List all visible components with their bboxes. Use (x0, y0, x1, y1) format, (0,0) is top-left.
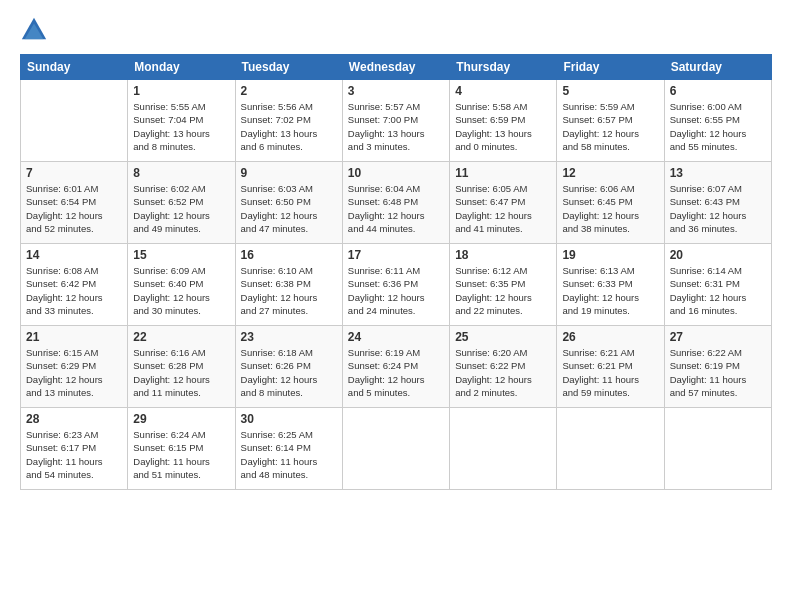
calendar-cell: 16Sunrise: 6:10 AM Sunset: 6:38 PM Dayli… (235, 244, 342, 326)
day-info: Sunrise: 6:16 AM Sunset: 6:28 PM Dayligh… (133, 346, 229, 399)
day-number: 17 (348, 248, 444, 262)
page: SundayMondayTuesdayWednesdayThursdayFrid… (0, 0, 792, 612)
calendar-week-row: 21Sunrise: 6:15 AM Sunset: 6:29 PM Dayli… (21, 326, 772, 408)
day-number: 24 (348, 330, 444, 344)
calendar-week-row: 7Sunrise: 6:01 AM Sunset: 6:54 PM Daylig… (21, 162, 772, 244)
weekday-header: Thursday (450, 55, 557, 80)
day-info: Sunrise: 6:02 AM Sunset: 6:52 PM Dayligh… (133, 182, 229, 235)
day-info: Sunrise: 6:01 AM Sunset: 6:54 PM Dayligh… (26, 182, 122, 235)
day-info: Sunrise: 5:55 AM Sunset: 7:04 PM Dayligh… (133, 100, 229, 153)
day-number: 12 (562, 166, 658, 180)
weekday-header: Wednesday (342, 55, 449, 80)
calendar-cell: 10Sunrise: 6:04 AM Sunset: 6:48 PM Dayli… (342, 162, 449, 244)
day-info: Sunrise: 5:58 AM Sunset: 6:59 PM Dayligh… (455, 100, 551, 153)
calendar-week-row: 14Sunrise: 6:08 AM Sunset: 6:42 PM Dayli… (21, 244, 772, 326)
calendar-cell: 4Sunrise: 5:58 AM Sunset: 6:59 PM Daylig… (450, 80, 557, 162)
day-number: 14 (26, 248, 122, 262)
calendar-cell: 14Sunrise: 6:08 AM Sunset: 6:42 PM Dayli… (21, 244, 128, 326)
day-info: Sunrise: 6:03 AM Sunset: 6:50 PM Dayligh… (241, 182, 337, 235)
day-number: 7 (26, 166, 122, 180)
calendar-cell: 9Sunrise: 6:03 AM Sunset: 6:50 PM Daylig… (235, 162, 342, 244)
day-info: Sunrise: 6:21 AM Sunset: 6:21 PM Dayligh… (562, 346, 658, 399)
logo-icon (20, 16, 48, 44)
calendar-cell: 18Sunrise: 6:12 AM Sunset: 6:35 PM Dayli… (450, 244, 557, 326)
calendar-cell: 5Sunrise: 5:59 AM Sunset: 6:57 PM Daylig… (557, 80, 664, 162)
day-number: 30 (241, 412, 337, 426)
calendar-cell: 29Sunrise: 6:24 AM Sunset: 6:15 PM Dayli… (128, 408, 235, 490)
calendar-cell: 7Sunrise: 6:01 AM Sunset: 6:54 PM Daylig… (21, 162, 128, 244)
day-info: Sunrise: 6:22 AM Sunset: 6:19 PM Dayligh… (670, 346, 766, 399)
calendar-cell: 13Sunrise: 6:07 AM Sunset: 6:43 PM Dayli… (664, 162, 771, 244)
day-number: 27 (670, 330, 766, 344)
day-number: 10 (348, 166, 444, 180)
calendar-cell: 24Sunrise: 6:19 AM Sunset: 6:24 PM Dayli… (342, 326, 449, 408)
day-number: 11 (455, 166, 551, 180)
day-info: Sunrise: 6:15 AM Sunset: 6:29 PM Dayligh… (26, 346, 122, 399)
day-number: 22 (133, 330, 229, 344)
day-number: 3 (348, 84, 444, 98)
day-number: 25 (455, 330, 551, 344)
day-number: 13 (670, 166, 766, 180)
day-info: Sunrise: 6:10 AM Sunset: 6:38 PM Dayligh… (241, 264, 337, 317)
day-number: 19 (562, 248, 658, 262)
day-number: 15 (133, 248, 229, 262)
calendar-cell: 19Sunrise: 6:13 AM Sunset: 6:33 PM Dayli… (557, 244, 664, 326)
day-info: Sunrise: 6:08 AM Sunset: 6:42 PM Dayligh… (26, 264, 122, 317)
calendar-cell: 3Sunrise: 5:57 AM Sunset: 7:00 PM Daylig… (342, 80, 449, 162)
calendar-cell (450, 408, 557, 490)
day-info: Sunrise: 6:11 AM Sunset: 6:36 PM Dayligh… (348, 264, 444, 317)
weekday-header: Saturday (664, 55, 771, 80)
day-number: 29 (133, 412, 229, 426)
weekday-header: Monday (128, 55, 235, 80)
day-number: 4 (455, 84, 551, 98)
day-number: 20 (670, 248, 766, 262)
day-info: Sunrise: 6:20 AM Sunset: 6:22 PM Dayligh… (455, 346, 551, 399)
calendar-cell: 1Sunrise: 5:55 AM Sunset: 7:04 PM Daylig… (128, 80, 235, 162)
day-number: 28 (26, 412, 122, 426)
day-info: Sunrise: 6:25 AM Sunset: 6:14 PM Dayligh… (241, 428, 337, 481)
day-number: 23 (241, 330, 337, 344)
day-info: Sunrise: 6:12 AM Sunset: 6:35 PM Dayligh… (455, 264, 551, 317)
calendar-cell: 6Sunrise: 6:00 AM Sunset: 6:55 PM Daylig… (664, 80, 771, 162)
day-number: 18 (455, 248, 551, 262)
calendar-cell: 15Sunrise: 6:09 AM Sunset: 6:40 PM Dayli… (128, 244, 235, 326)
calendar-cell: 27Sunrise: 6:22 AM Sunset: 6:19 PM Dayli… (664, 326, 771, 408)
day-info: Sunrise: 6:04 AM Sunset: 6:48 PM Dayligh… (348, 182, 444, 235)
day-info: Sunrise: 6:18 AM Sunset: 6:26 PM Dayligh… (241, 346, 337, 399)
logo (20, 16, 52, 44)
day-number: 26 (562, 330, 658, 344)
day-number: 21 (26, 330, 122, 344)
day-info: Sunrise: 6:05 AM Sunset: 6:47 PM Dayligh… (455, 182, 551, 235)
day-info: Sunrise: 6:23 AM Sunset: 6:17 PM Dayligh… (26, 428, 122, 481)
day-number: 2 (241, 84, 337, 98)
day-info: Sunrise: 6:07 AM Sunset: 6:43 PM Dayligh… (670, 182, 766, 235)
calendar-week-row: 1Sunrise: 5:55 AM Sunset: 7:04 PM Daylig… (21, 80, 772, 162)
weekday-header: Friday (557, 55, 664, 80)
day-number: 16 (241, 248, 337, 262)
calendar-cell: 12Sunrise: 6:06 AM Sunset: 6:45 PM Dayli… (557, 162, 664, 244)
day-info: Sunrise: 6:24 AM Sunset: 6:15 PM Dayligh… (133, 428, 229, 481)
day-info: Sunrise: 6:19 AM Sunset: 6:24 PM Dayligh… (348, 346, 444, 399)
calendar-table: SundayMondayTuesdayWednesdayThursdayFrid… (20, 54, 772, 490)
day-number: 1 (133, 84, 229, 98)
calendar-cell: 23Sunrise: 6:18 AM Sunset: 6:26 PM Dayli… (235, 326, 342, 408)
day-number: 9 (241, 166, 337, 180)
calendar-cell: 11Sunrise: 6:05 AM Sunset: 6:47 PM Dayli… (450, 162, 557, 244)
calendar-cell: 25Sunrise: 6:20 AM Sunset: 6:22 PM Dayli… (450, 326, 557, 408)
day-info: Sunrise: 6:06 AM Sunset: 6:45 PM Dayligh… (562, 182, 658, 235)
day-info: Sunrise: 6:13 AM Sunset: 6:33 PM Dayligh… (562, 264, 658, 317)
weekday-header: Sunday (21, 55, 128, 80)
day-info: Sunrise: 6:14 AM Sunset: 6:31 PM Dayligh… (670, 264, 766, 317)
calendar-cell: 21Sunrise: 6:15 AM Sunset: 6:29 PM Dayli… (21, 326, 128, 408)
day-number: 5 (562, 84, 658, 98)
calendar-cell: 26Sunrise: 6:21 AM Sunset: 6:21 PM Dayli… (557, 326, 664, 408)
day-info: Sunrise: 6:00 AM Sunset: 6:55 PM Dayligh… (670, 100, 766, 153)
day-number: 8 (133, 166, 229, 180)
calendar-cell: 2Sunrise: 5:56 AM Sunset: 7:02 PM Daylig… (235, 80, 342, 162)
day-info: Sunrise: 6:09 AM Sunset: 6:40 PM Dayligh… (133, 264, 229, 317)
day-number: 6 (670, 84, 766, 98)
day-info: Sunrise: 5:56 AM Sunset: 7:02 PM Dayligh… (241, 100, 337, 153)
calendar-cell: 17Sunrise: 6:11 AM Sunset: 6:36 PM Dayli… (342, 244, 449, 326)
header (20, 16, 772, 44)
calendar-header-row: SundayMondayTuesdayWednesdayThursdayFrid… (21, 55, 772, 80)
